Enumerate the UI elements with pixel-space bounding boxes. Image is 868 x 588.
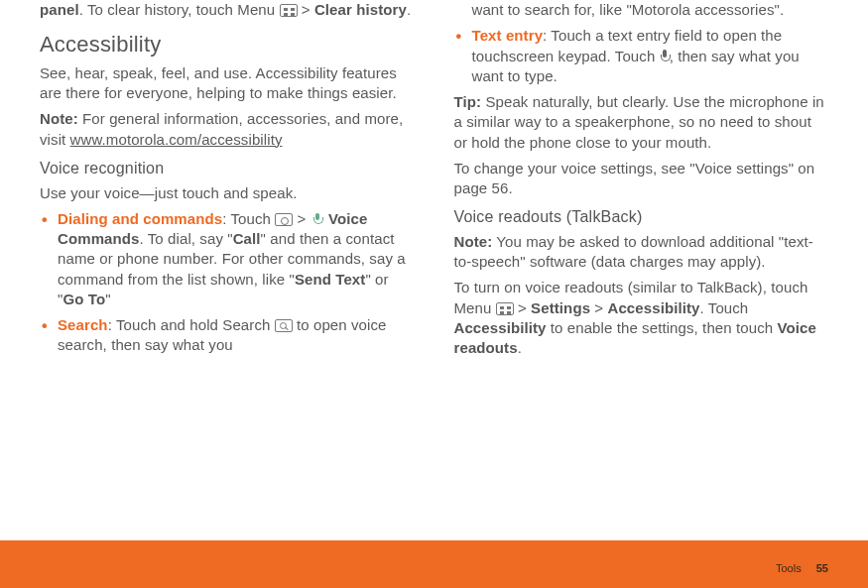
panel-word: panel <box>40 1 79 18</box>
text: . To dial, say " <box>139 230 232 247</box>
note-general: Note: For general information, accessori… <box>40 109 415 150</box>
text: > <box>590 299 607 316</box>
accessibility-label2: Accessibility <box>454 319 547 336</box>
text: > <box>298 1 314 18</box>
clear-history-label: Clear history <box>314 1 407 18</box>
text: . <box>518 339 522 356</box>
text: > <box>514 299 531 316</box>
voice-readouts-heading: Voice readouts (TalkBack) <box>454 206 829 228</box>
bullet-dialing: Dialing and commands: Touch > Voice Comm… <box>40 209 415 309</box>
tip-paragraph: Tip: Speak naturally, but clearly. Use t… <box>454 92 829 153</box>
microphone-icon <box>660 50 670 63</box>
text: to enable the settings, then touch <box>547 319 778 336</box>
accessibility-link[interactable]: www.motorola.com/accessibility <box>70 131 283 148</box>
text: > <box>293 210 310 227</box>
apps-icon <box>275 213 293 226</box>
turn-on-readouts: To turn on voice readouts (similar to Ta… <box>454 278 829 358</box>
text: . <box>407 1 411 18</box>
menu-icon <box>496 302 514 315</box>
note-label2: Note: <box>454 233 493 250</box>
text: . Touch <box>700 299 749 316</box>
text: " <box>105 291 110 307</box>
page-number: 55 <box>816 562 828 574</box>
voice-commands-icon <box>310 212 324 226</box>
left-column: panel. To clear history, touch Menu > Cl… <box>40 0 415 524</box>
text: Speak naturally, but clearly. Use the mi… <box>454 93 824 151</box>
send-text-label: Send Text <box>295 271 365 288</box>
note-label: Note: <box>40 110 78 127</box>
text-entry-title: Text entry <box>472 27 544 44</box>
page-body: panel. To clear history, touch Menu > Cl… <box>0 0 868 524</box>
section-name: Tools <box>776 562 802 574</box>
voice-bullets-right: Text entry: Touch a text entry field to … <box>454 26 829 86</box>
voice-settings-ref: To change your voice settings, see "Voic… <box>454 159 829 199</box>
call-label: Call <box>233 230 261 247</box>
settings-label: Settings <box>531 299 590 316</box>
text: : Touch <box>222 210 275 227</box>
goto-label: Go To <box>62 291 105 307</box>
voice-recognition-heading: Voice recognition <box>40 158 415 179</box>
accessibility-heading: Accessibility <box>40 30 415 59</box>
dialing-title: Dialing and commands <box>58 210 222 227</box>
clear-history-line: panel. To clear history, touch Menu > Cl… <box>40 0 415 20</box>
voice-intro: Use your voice—just touch and speak. <box>40 183 415 203</box>
note-tts: Note: You may be asked to download addit… <box>454 232 829 273</box>
footer-text: Tools 55 <box>776 562 828 574</box>
search-continued: want to search for, like "Motorola acces… <box>454 0 829 20</box>
footer-bar: Tools 55 <box>0 540 868 588</box>
right-column: want to search for, like "Motorola acces… <box>454 0 829 524</box>
voice-bullets: Dialing and commands: Touch > Voice Comm… <box>40 209 415 356</box>
accessibility-desc: See, hear, speak, feel, and use. Accessi… <box>40 63 415 104</box>
text: You may be asked to download additional … <box>454 233 813 270</box>
search-icon <box>275 319 293 332</box>
menu-icon <box>280 4 298 17</box>
bullet-search: Search: Touch and hold Search to open vo… <box>40 315 415 356</box>
bullet-text-entry: Text entry: Touch a text entry field to … <box>454 26 829 86</box>
tip-label: Tip: <box>454 93 482 110</box>
text: : Touch and hold Search <box>108 316 275 333</box>
search-title: Search <box>58 316 108 333</box>
accessibility-label: Accessibility <box>608 299 700 316</box>
text: . To clear history, touch Menu <box>79 1 280 18</box>
